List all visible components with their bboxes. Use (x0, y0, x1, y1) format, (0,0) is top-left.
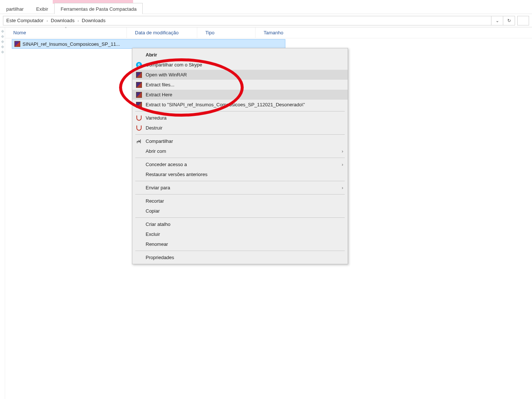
context-menu-item-label: Conceder acesso a (146, 162, 338, 167)
blank-icon (136, 172, 142, 178)
context-menu-item[interactable]: Varredura (132, 113, 348, 123)
breadcrumb[interactable]: Este Computador › Downloads › Downloads (3, 16, 491, 25)
context-menu-item[interactable]: Open with WinRAR (132, 70, 348, 80)
context-menu-item[interactable]: Criar atalho (132, 219, 348, 229)
context-menu-item[interactable]: Conceder acesso a› (132, 159, 348, 169)
column-header-label: Tipo (205, 30, 215, 35)
winrar-icon (136, 102, 142, 108)
breadcrumb-segment[interactable]: Downloads (82, 18, 105, 23)
blank-icon (136, 241, 142, 247)
context-menu-item[interactable]: Copiar (132, 206, 348, 216)
context-menu-item[interactable]: Abrir com› (132, 146, 348, 156)
blank-icon (136, 52, 142, 58)
mcafee-shield-icon (136, 115, 142, 121)
pin-icon (1, 35, 4, 38)
blank-icon (136, 185, 142, 191)
address-bar: Este Computador › Downloads › Downloads … (0, 14, 532, 27)
chevron-right-icon: › (342, 162, 343, 167)
column-header-modified[interactable]: Data de modificação (127, 27, 197, 38)
context-menu-item-label: Restaurar versões anteriores (146, 172, 343, 177)
context-menu-item[interactable]: Compartilhar (132, 136, 348, 146)
context-menu: AbrirSCompartilhar com o SkypeOpen with … (132, 48, 348, 264)
context-menu-item[interactable]: Extract Here (132, 90, 348, 100)
context-menu-separator (135, 217, 345, 218)
winrar-icon (136, 92, 142, 98)
ribbon-tab-compressed-tools[interactable]: Ferramentas de Pasta Compactada (54, 3, 143, 14)
file-row-selected[interactable]: SINAPI_ref_Insumos_Composicoes_SP_11... (12, 39, 285, 49)
skype-icon: S (136, 62, 142, 68)
context-menu-item-label: Propriedades (146, 255, 343, 260)
column-header-size[interactable]: Tamanho (255, 27, 296, 38)
pin-icon (1, 30, 4, 33)
search-box-placeholder[interactable] (517, 16, 529, 25)
context-menu-item-label: Excluir (146, 231, 343, 237)
blank-icon (136, 148, 142, 154)
context-menu-separator (135, 194, 345, 195)
pin-icon (1, 51, 4, 54)
ribbon-tab-share[interactable]: partilhar (0, 3, 30, 14)
breadcrumb-separator-icon: › (77, 18, 80, 23)
breadcrumb-segment[interactable]: Downloads (51, 18, 74, 23)
context-menu-item[interactable]: Renomear (132, 239, 348, 249)
context-menu-item[interactable]: SCompartilhar com o Skype (132, 60, 348, 70)
context-menu-separator (135, 158, 345, 158)
pin-icon (1, 40, 4, 43)
winrar-icon (136, 82, 142, 88)
winrar-icon (136, 72, 142, 78)
context-menu-separator (135, 111, 345, 111)
context-menu-item[interactable]: Enviar para› (132, 183, 348, 193)
refresh-icon: ↻ (507, 18, 511, 23)
archive-file-icon (14, 41, 20, 47)
column-header-label: Tamanho (264, 30, 283, 35)
context-menu-separator (135, 251, 345, 251)
file-name-label: SINAPI_ref_Insumos_Composicoes_SP_11... (22, 41, 120, 47)
context-menu-item-label: Open with WinRAR (146, 72, 343, 78)
share-icon (136, 138, 142, 144)
column-header-label: Data de modificação (135, 30, 179, 35)
context-menu-item-label: Extract files... (146, 82, 343, 87)
context-menu-item-label: Compartilhar (146, 138, 343, 144)
context-menu-item[interactable]: Excluir (132, 229, 348, 239)
context-menu-item[interactable]: Propriedades (132, 252, 348, 262)
context-menu-item[interactable]: Recortar (132, 196, 348, 206)
chevron-right-icon: › (342, 185, 343, 190)
column-header-name[interactable]: ˄ Nome (5, 27, 127, 38)
context-menu-item-label: Extract to "SINAPI_ref_Insumos_Composico… (146, 102, 343, 107)
column-header-type[interactable]: Tipo (197, 27, 255, 38)
context-menu-item[interactable]: Restaurar versões anteriores (132, 169, 348, 179)
context-menu-item-label: Abrir com (146, 148, 338, 154)
blank-icon (136, 208, 142, 214)
ribbon-tab-view[interactable]: Exibir (30, 3, 55, 14)
chevron-right-icon: › (342, 148, 343, 154)
blank-icon (136, 231, 142, 237)
blank-icon (136, 221, 142, 227)
context-menu-item-label: Recortar (146, 198, 343, 204)
blank-icon (136, 255, 142, 261)
context-menu-item-label: Extract Here (146, 92, 343, 97)
context-menu-separator (135, 181, 345, 181)
ribbon-tabs: partilhar Exibir Ferramentas de Pasta Co… (0, 0, 532, 14)
context-menu-item-label: Copiar (146, 208, 343, 214)
context-menu-item-label: Criar atalho (146, 221, 343, 227)
column-header-label: Nome (13, 30, 26, 35)
pin-icon (1, 45, 4, 48)
context-menu-item[interactable]: Extract to "SINAPI_ref_Insumos_Composico… (132, 100, 348, 110)
context-menu-item-label: Abrir (146, 52, 343, 58)
context-menu-item-label: Varredura (146, 115, 343, 121)
blank-icon (136, 162, 142, 168)
context-menu-item[interactable]: Abrir (132, 50, 348, 60)
mcafee-shield-icon (136, 125, 142, 131)
context-menu-item-label: Compartilhar com o Skype (146, 62, 343, 68)
chevron-down-icon: ⌄ (496, 18, 499, 23)
blank-icon (136, 198, 142, 204)
context-menu-item-label: Destruir (146, 125, 343, 131)
breadcrumb-segment[interactable]: Este Computador (6, 18, 44, 23)
context-menu-item[interactable]: Destruir (132, 123, 348, 133)
context-menu-item-label: Renomear (146, 241, 343, 247)
context-menu-separator (135, 134, 345, 135)
context-menu-item[interactable]: Extract files... (132, 80, 348, 90)
breadcrumb-dropdown-button[interactable]: ⌄ (491, 16, 503, 25)
sort-ascending-icon: ˄ (65, 27, 67, 31)
nav-tree-sidebar[interactable] (0, 27, 5, 399)
refresh-button[interactable]: ↻ (503, 16, 515, 25)
